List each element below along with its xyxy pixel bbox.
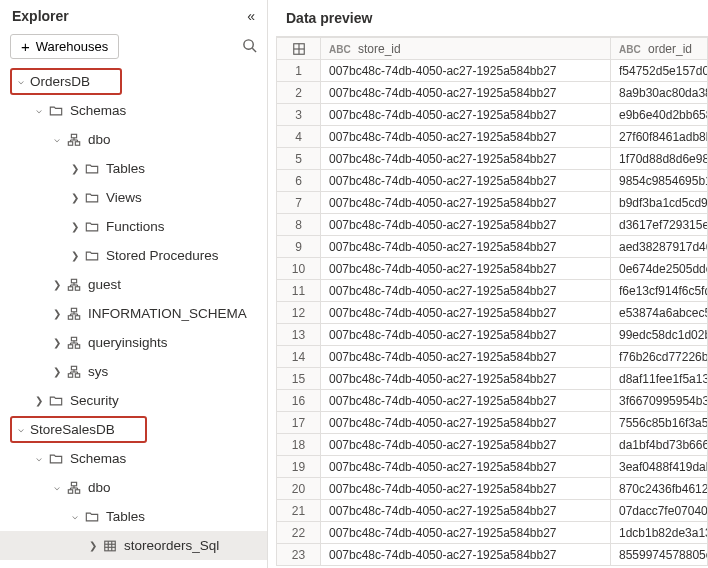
cell-order-id: b9df3ba1cd5cd93a <box>611 192 708 214</box>
header-row: store_id order_id <box>277 38 708 60</box>
chevron-down-icon[interactable] <box>50 134 64 145</box>
row-number-header[interactable] <box>277 38 321 60</box>
table-row[interactable]: 18007bc48c-74db-4050-ac27-1925a584bb27da… <box>277 434 708 456</box>
tree-item-label: Tables <box>106 509 145 524</box>
folder-icon <box>84 161 100 177</box>
explorer-tree[interactable]: OrdersDBSchemasdboTablesViewsFunctionsSt… <box>0 67 267 568</box>
table-row[interactable]: 4007bc48c-74db-4050-ac27-1925a584bb2727f… <box>277 126 708 148</box>
table-row[interactable]: 3007bc48c-74db-4050-ac27-1925a584bb27e9b… <box>277 104 708 126</box>
chevron-right-icon[interactable] <box>68 163 82 174</box>
chevron-down-icon[interactable] <box>32 453 46 464</box>
cell-store-id: 007bc48c-74db-4050-ac27-1925a584bb27 <box>321 258 611 280</box>
table-row[interactable]: 6007bc48c-74db-4050-ac27-1925a584bb27985… <box>277 170 708 192</box>
chevron-down-icon[interactable] <box>68 511 82 522</box>
table-row[interactable]: 20007bc48c-74db-4050-ac27-1925a584bb2787… <box>277 478 708 500</box>
data-grid[interactable]: store_id order_id 1007bc48c-74db-4050-ac… <box>276 36 708 568</box>
tree-item-ordersdb-infschema[interactable]: INFORMATION_SCHEMA <box>0 299 267 328</box>
table-row[interactable]: 13007bc48c-74db-4050-ac27-1925a584bb2799… <box>277 324 708 346</box>
row-number-cell: 10 <box>277 258 321 280</box>
chevron-down-icon[interactable] <box>14 424 28 435</box>
tree-item-ordersdb-sys[interactable]: sys <box>0 357 267 386</box>
tree-item-ordersdb-security[interactable]: Security <box>0 386 267 415</box>
chevron-right-icon[interactable] <box>50 366 64 377</box>
table-row[interactable]: 1007bc48c-74db-4050-ac27-1925a584bb27f54… <box>277 60 708 82</box>
tree-item-ordersdb-dbo[interactable]: dbo <box>0 125 267 154</box>
tree-item-label: INFORMATION_SCHEMA <box>88 306 247 321</box>
table-row[interactable]: 17007bc48c-74db-4050-ac27-1925a584bb2775… <box>277 412 708 434</box>
tree-item-ssdb-dbo[interactable]: dbo <box>0 473 267 502</box>
chevron-right-icon[interactable] <box>32 395 46 406</box>
folder-icon <box>84 219 100 235</box>
chevron-right-icon[interactable] <box>68 221 82 232</box>
cell-order-id: e9b6e40d2bb65861 <box>611 104 708 126</box>
table-row[interactable]: 14007bc48c-74db-4050-ac27-1925a584bb27f7… <box>277 346 708 368</box>
row-number-cell: 20 <box>277 478 321 500</box>
tree-item-ssdb-storeorders[interactable]: storeorders_Sql <box>0 531 267 560</box>
tree-item-label: Schemas <box>70 451 126 466</box>
tree-item-ordersdb-sprocs[interactable]: Stored Procedures <box>0 241 267 270</box>
folder-icon <box>84 248 100 264</box>
tree-item-label: OrdersDB <box>30 74 90 89</box>
column-header-store-id[interactable]: store_id <box>321 38 611 60</box>
table-row[interactable]: 10007bc48c-74db-4050-ac27-1925a584bb270e… <box>277 258 708 280</box>
chevron-down-icon[interactable] <box>32 105 46 116</box>
cell-store-id: 007bc48c-74db-4050-ac27-1925a584bb27 <box>321 192 611 214</box>
cell-store-id: 007bc48c-74db-4050-ac27-1925a584bb27 <box>321 280 611 302</box>
tree-item-ordersdb-qinsights[interactable]: queryinsights <box>0 328 267 357</box>
cell-order-id: f76b26cd77226ba5 <box>611 346 708 368</box>
chevron-right-icon[interactable] <box>86 540 100 551</box>
tree-item-ordersdb-tables[interactable]: Tables <box>0 154 267 183</box>
column-header-order-id[interactable]: order_id <box>611 38 708 60</box>
explorer-toolbar: + Warehouses <box>0 30 267 67</box>
table-row[interactable]: 21007bc48c-74db-4050-ac27-1925a584bb2707… <box>277 500 708 522</box>
tree-item-ordersdb[interactable]: OrdersDB <box>0 67 267 96</box>
chevron-right-icon[interactable] <box>50 337 64 348</box>
row-number-cell: 11 <box>277 280 321 302</box>
tree-item-ordersdb-views[interactable]: Views <box>0 183 267 212</box>
folder-icon <box>48 103 64 119</box>
table-row[interactable]: 11007bc48c-74db-4050-ac27-1925a584bb27f6… <box>277 280 708 302</box>
row-number-cell: 2 <box>277 82 321 104</box>
cell-store-id: 007bc48c-74db-4050-ac27-1925a584bb27 <box>321 82 611 104</box>
data-preview-title: Data preview <box>276 0 708 36</box>
add-warehouse-button[interactable]: + Warehouses <box>10 34 119 59</box>
svg-point-0 <box>244 39 253 48</box>
chevron-right-icon[interactable] <box>50 308 64 319</box>
tree-item-ordersdb-schemas[interactable]: Schemas <box>0 96 267 125</box>
cell-store-id: 007bc48c-74db-4050-ac27-1925a584bb27 <box>321 390 611 412</box>
column-label: order_id <box>648 42 692 56</box>
chevron-right-icon[interactable] <box>68 192 82 203</box>
row-number-cell: 6 <box>277 170 321 192</box>
table-row[interactable]: 7007bc48c-74db-4050-ac27-1925a584bb27b9d… <box>277 192 708 214</box>
table-row[interactable]: 22007bc48c-74db-4050-ac27-1925a584bb271d… <box>277 522 708 544</box>
cell-store-id: 007bc48c-74db-4050-ac27-1925a584bb27 <box>321 170 611 192</box>
table-row[interactable]: 16007bc48c-74db-4050-ac27-1925a584bb273f… <box>277 390 708 412</box>
cell-store-id: 007bc48c-74db-4050-ac27-1925a584bb27 <box>321 456 611 478</box>
table-row[interactable]: 12007bc48c-74db-4050-ac27-1925a584bb27e5… <box>277 302 708 324</box>
search-button[interactable] <box>242 38 257 56</box>
chevron-down-icon[interactable] <box>14 76 28 87</box>
grid-icon <box>277 42 320 56</box>
row-number-cell: 7 <box>277 192 321 214</box>
tree-item-ordersdb-functions[interactable]: Functions <box>0 212 267 241</box>
table-row[interactable]: 23007bc48c-74db-4050-ac27-1925a584bb2785… <box>277 544 708 566</box>
cell-store-id: 007bc48c-74db-4050-ac27-1925a584bb27 <box>321 500 611 522</box>
table-row[interactable]: 5007bc48c-74db-4050-ac27-1925a584bb271f7… <box>277 148 708 170</box>
collapse-panel-icon[interactable]: « <box>247 8 255 24</box>
table-row[interactable]: 8007bc48c-74db-4050-ac27-1925a584bb27d36… <box>277 214 708 236</box>
row-number-cell: 15 <box>277 368 321 390</box>
row-number-cell: 13 <box>277 324 321 346</box>
chevron-right-icon[interactable] <box>68 250 82 261</box>
chevron-right-icon[interactable] <box>50 279 64 290</box>
tree-item-ordersdb-guest[interactable]: guest <box>0 270 267 299</box>
tree-item-ssdb-schemas[interactable]: Schemas <box>0 444 267 473</box>
table-row[interactable]: 9007bc48c-74db-4050-ac27-1925a584bb27aed… <box>277 236 708 258</box>
table-row[interactable]: 19007bc48c-74db-4050-ac27-1925a584bb273e… <box>277 456 708 478</box>
tree-item-ssdb-tables[interactable]: Tables <box>0 502 267 531</box>
cell-store-id: 007bc48c-74db-4050-ac27-1925a584bb27 <box>321 434 611 456</box>
table-row[interactable]: 2007bc48c-74db-4050-ac27-1925a584bb278a9… <box>277 82 708 104</box>
tree-item-storesalesdb[interactable]: StoreSalesDB <box>0 415 267 444</box>
table-row[interactable]: 15007bc48c-74db-4050-ac27-1925a584bb27d8… <box>277 368 708 390</box>
chevron-down-icon[interactable] <box>50 482 64 493</box>
tree-item-label: Security <box>70 393 119 408</box>
